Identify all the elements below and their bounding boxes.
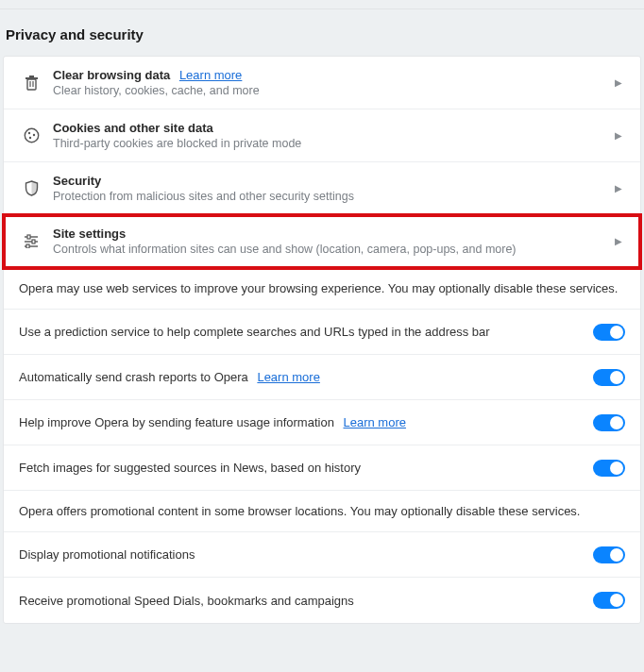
toggle-row-prediction: Use a prediction service to help complet…	[4, 310, 640, 355]
row-title: Clear browsing data	[53, 68, 170, 82]
toggle-switch[interactable]	[593, 324, 625, 341]
svg-rect-0	[27, 79, 36, 90]
toggle-row-fetch-images: Fetch images for suggested sources in Ne…	[4, 445, 640, 491]
svg-point-7	[32, 134, 34, 136]
row-title: Cookies and other site data	[53, 121, 610, 135]
chevron-right-icon: ▶	[610, 77, 627, 88]
chevron-right-icon: ▶	[610, 183, 627, 193]
toggle-row-promo-speed-dials: Receive promotional Speed Dials, bookmar…	[4, 578, 640, 623]
row-site-settings[interactable]: Site settings Controls what information …	[4, 215, 640, 268]
shield-icon	[9, 180, 53, 196]
row-security[interactable]: Security Protection from malicious sites…	[4, 162, 640, 215]
learn-more-link[interactable]: Learn more	[343, 415, 405, 429]
svg-point-5	[25, 128, 38, 142]
svg-rect-1	[25, 77, 38, 79]
toggle-row-crash-reports: Automatically send crash reports to Oper…	[4, 355, 640, 400]
trash-icon	[9, 76, 53, 91]
toggle-label: Help improve Opera by sending feature us…	[19, 415, 334, 429]
top-divider	[0, 0, 644, 9]
toggle-label: Fetch images for suggested sources in Ne…	[19, 461, 593, 475]
cookie-icon	[9, 127, 53, 143]
toggle-switch[interactable]	[593, 546, 625, 563]
row-subtitle: Third-party cookies are blocked in priva…	[53, 137, 610, 150]
row-clear-browsing-data[interactable]: Clear browsing data Learn more Clear his…	[4, 57, 640, 109]
toggle-switch[interactable]	[593, 460, 625, 477]
svg-rect-2	[29, 76, 34, 77]
privacy-panel: Clear browsing data Learn more Clear his…	[3, 56, 641, 624]
svg-rect-14	[26, 244, 29, 248]
toggle-row-promo-notifications: Display promotional notifications	[4, 532, 640, 578]
row-title: Site settings	[53, 227, 610, 241]
toggle-switch[interactable]	[593, 592, 625, 609]
svg-point-8	[28, 137, 30, 139]
sliders-icon	[9, 234, 53, 248]
svg-rect-12	[32, 240, 35, 244]
toggle-label: Automatically send crash reports to Oper…	[19, 370, 248, 384]
learn-more-link[interactable]: Learn more	[179, 68, 242, 82]
toggle-label: Use a prediction service to help complet…	[19, 325, 593, 339]
chevron-right-icon: ▶	[610, 236, 627, 246]
row-title: Security	[53, 174, 610, 188]
toggle-label: Receive promotional Speed Dials, bookmar…	[19, 594, 593, 608]
chevron-right-icon: ▶	[610, 130, 627, 141]
section-title: Privacy and security	[0, 9, 644, 56]
row-subtitle: Clear history, cookies, cache, and more	[53, 84, 610, 97]
toggle-switch[interactable]	[593, 414, 625, 431]
toggle-row-feature-usage: Help improve Opera by sending feature us…	[4, 400, 640, 445]
info-text-services: Opera may use web services to improve yo…	[4, 268, 640, 310]
toggle-switch[interactable]	[593, 369, 625, 386]
row-subtitle: Controls what information sites can use …	[53, 243, 610, 256]
info-text-promotional: Opera offers promotional content in some…	[4, 491, 640, 532]
svg-point-6	[27, 132, 29, 134]
row-cookies[interactable]: Cookies and other site data Third-party …	[4, 109, 640, 162]
row-subtitle: Protection from malicious sites and othe…	[53, 190, 610, 203]
toggle-label: Display promotional notifications	[19, 547, 593, 562]
learn-more-link[interactable]: Learn more	[257, 370, 319, 384]
svg-rect-10	[27, 235, 30, 239]
